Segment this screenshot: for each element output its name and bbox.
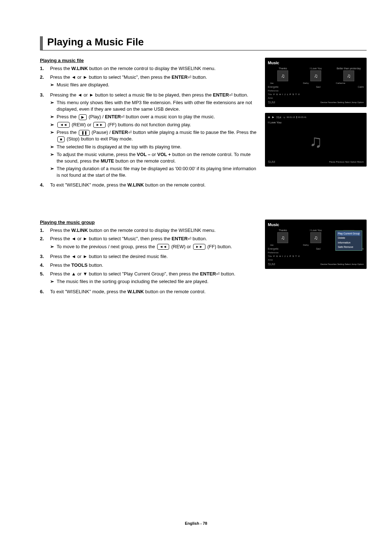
- section-heading-2: Playing the music group: [40, 220, 258, 225]
- music-note-icon: ♫: [310, 232, 321, 243]
- music-note-icon: ♫: [277, 232, 288, 243]
- fast-forward-icon: ►►: [193, 244, 205, 250]
- page-title-bar: Playing a Music File: [40, 36, 367, 50]
- fast-forward-icon: ►►: [93, 122, 106, 128]
- steps-list-1: 1.Press the W.LINK button on the remote …: [40, 65, 258, 188]
- rewind-icon: ◄◄: [57, 122, 70, 128]
- rewind-icon: ◄◄: [157, 244, 170, 250]
- enter-icon: ⏎: [188, 236, 191, 242]
- stop-icon: ■: [57, 136, 65, 142]
- context-menu: Play Current Group Delete Information Sa…: [335, 230, 362, 251]
- enter-icon: ⏎: [128, 130, 132, 135]
- enter-icon: ⏎: [229, 92, 233, 98]
- music-note-icon: ♫: [277, 70, 288, 81]
- pause-icon: ❚❚: [79, 130, 90, 136]
- screenshot-music-group: Music Thanks♫Joe I Love You♫Darby ♫ Play…: [265, 220, 367, 269]
- music-note-icon: ♫: [343, 70, 354, 81]
- screenshot-music-browser: Music Thanks♫Joe I Love You♫Darby Better…: [265, 58, 367, 107]
- steps-list-2: 1.Press the W.LINK button on the remote …: [40, 227, 258, 295]
- enter-icon: ⏎: [121, 114, 124, 120]
- enter-icon: ⏎: [188, 74, 191, 80]
- page-title: Playing a Music File: [47, 36, 367, 50]
- screenshot-music-player: ◉ ▶ 7/14 ↻00:01:1500:05:41 I Love You ♫ …: [265, 113, 367, 167]
- music-note-icon: ♫: [310, 70, 321, 81]
- section-heading-1: Playing a music file: [40, 58, 258, 63]
- enter-icon: ⏎: [216, 271, 220, 277]
- disc-icon: ◉: [268, 116, 270, 119]
- play-icon: ▶: [79, 114, 87, 120]
- music-note-icon: ♫: [268, 124, 364, 159]
- page-footer: English - 78: [0, 521, 392, 525]
